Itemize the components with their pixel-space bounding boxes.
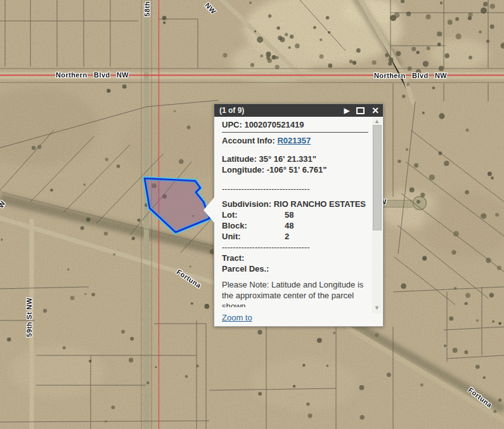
block-label: Block: — [222, 220, 285, 231]
block-value: 48 — [285, 221, 294, 230]
tract-label: Tract: — [222, 253, 368, 263]
longitude-value: -106° 51' 6.761" — [267, 165, 327, 175]
street-label-58th: 58th — [143, 1, 151, 16]
popup-header[interactable]: (1 of 9) ▶ ✕ — [214, 104, 383, 117]
unit-value: 2 — [285, 232, 289, 241]
maximize-icon[interactable] — [356, 107, 365, 114]
account-link[interactable]: R021357 — [277, 136, 311, 145]
scrollbar-thumb[interactable] — [373, 125, 382, 230]
lot-row: Lot:58 — [222, 209, 368, 220]
scroll-up-icon[interactable]: ▲ — [372, 117, 382, 126]
account-row: Account Info: R021357 — [222, 135, 368, 146]
parcel-des-label: Parcel Des.: — [222, 263, 368, 274]
divider — [222, 132, 368, 133]
subdivision-row: Subdivision: RIO RANCHO ESTATES — [222, 199, 368, 209]
popup-scrollbar[interactable]: ▲ ▼ — [372, 117, 382, 314]
separator-dashes: -------------------------------- — [222, 183, 368, 194]
unit-label: Unit: — [222, 231, 285, 242]
block-row: Block:48 — [222, 220, 368, 231]
upc-label: UPC: — [222, 120, 242, 129]
next-result-button[interactable]: ▶ — [344, 104, 349, 117]
account-label: Account Info: — [222, 136, 275, 145]
subdivision-label: Subdivision: — [222, 199, 271, 209]
lot-value: 58 — [285, 210, 294, 220]
unit-row: Unit:2 — [222, 231, 368, 242]
popup-body: UPC: 1002070521419 Account Info: R021357… — [214, 117, 383, 326]
latitude-label: Latitude: — [222, 154, 257, 164]
street-label-northern-blvd-right: Northern Blvd NW — [374, 72, 447, 79]
street-label-northern-blvd-left: Northern Blvd NW — [56, 71, 129, 79]
please-note-text: Please Note: Latitude and Longitude is t… — [222, 279, 368, 307]
scroll-down-icon[interactable]: ▼ — [372, 303, 382, 312]
longitude-row: Longitude: -106° 51' 6.761" — [222, 164, 368, 175]
street-label-59th: 59th St NW — [25, 298, 33, 337]
popup-callout-arrow — [204, 197, 214, 223]
close-icon[interactable]: ✕ — [372, 104, 379, 117]
zoom-to-link[interactable]: Zoom to — [222, 313, 252, 322]
latitude-value: 35° 16' 21.331" — [259, 154, 316, 164]
lot-label: Lot: — [222, 209, 285, 220]
parcel-info-popup: (1 of 9) ▶ ✕ UPC: 1002070521419 Account … — [214, 103, 384, 327]
upc-row: UPC: 1002070521419 — [222, 119, 368, 130]
upc-value: 1002070521419 — [244, 120, 304, 129]
map-viewer: 58th NW Northern Blvd NW Northern Blvd N… — [0, 0, 504, 429]
latitude-row: Latitude: 35° 16' 21.331" — [222, 154, 368, 164]
popup-title: (1 of 9) — [219, 106, 244, 115]
separator-dashes: -------------------------------- — [222, 242, 368, 253]
subdivision-value: RIO RANCHO ESTATES — [274, 199, 366, 209]
longitude-label: Longitude: — [222, 165, 264, 175]
popup-scroll-content: UPC: 1002070521419 Account Info: R021357… — [214, 117, 372, 317]
